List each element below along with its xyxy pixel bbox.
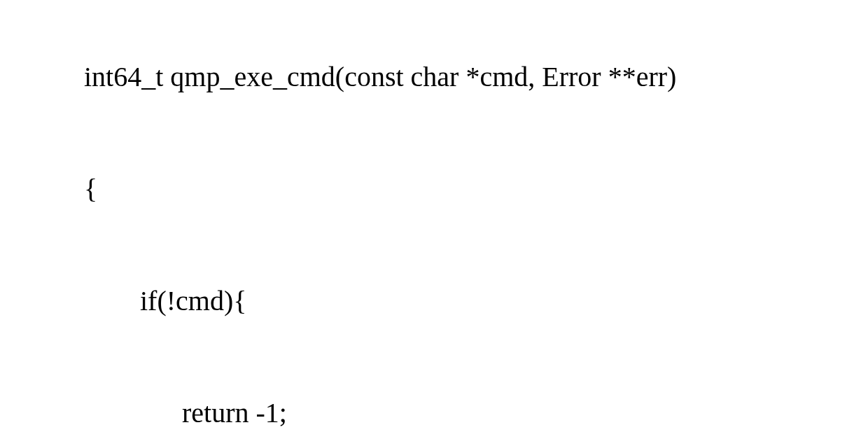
if-statement: if(!cmd){ [0,287,868,315]
function-signature: int64_t qmp_exe_cmd(const char *cmd, Err… [0,63,868,91]
code-snippet: int64_t qmp_exe_cmd(const char *cmd, Err… [0,7,868,432]
return-negative: return -1; [0,399,868,427]
open-brace: { [0,175,868,203]
